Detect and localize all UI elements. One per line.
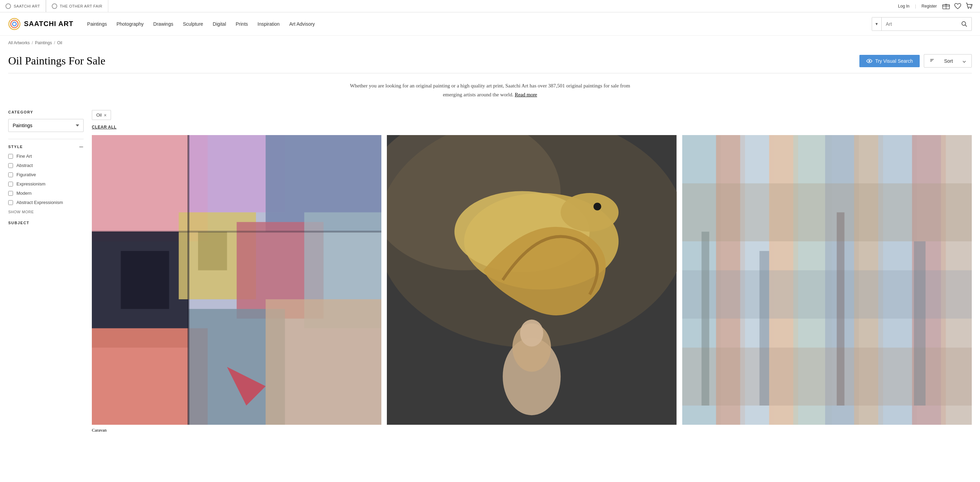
nav-inspiration[interactable]: Inspiration xyxy=(258,21,280,27)
style-fine-art-label: Fine Art xyxy=(16,153,32,159)
content-area: CATEGORY Paintings Photography Drawings … xyxy=(0,105,980,441)
title-actions: Try Visual Search Sort xyxy=(859,54,972,67)
nav-paintings[interactable]: Paintings xyxy=(87,21,107,27)
divider: | xyxy=(915,4,916,9)
style-fine-art-checkbox[interactable] xyxy=(8,154,13,159)
style-section-header[interactable]: STYLE — xyxy=(8,145,84,149)
sort-button[interactable]: Sort xyxy=(924,54,972,67)
other-fair-brand[interactable]: THE OTHER ART FAIR xyxy=(46,0,108,12)
nav-art-advisory[interactable]: Art Advisory xyxy=(289,21,315,27)
breadcrumb-paintings[interactable]: Paintings xyxy=(35,40,52,45)
sort-icon xyxy=(930,58,934,64)
artwork-image-2 xyxy=(387,135,676,425)
style-label: STYLE xyxy=(8,145,23,149)
svg-rect-27 xyxy=(198,232,227,270)
search-submit-button[interactable] xyxy=(957,18,971,30)
nav-photography[interactable]: Photography xyxy=(116,21,143,27)
svg-point-11 xyxy=(869,60,870,62)
search-icon xyxy=(961,21,967,27)
main-nav: Paintings Photography Drawings Sculpture… xyxy=(87,21,315,27)
nav-digital[interactable]: Digital xyxy=(213,21,226,27)
artwork-card-2[interactable] xyxy=(387,135,676,433)
svg-text:0: 0 xyxy=(970,4,972,6)
logo[interactable]: SAATCHI ART xyxy=(8,18,73,30)
artwork-svg-1 xyxy=(92,135,381,425)
other-fair-label: THE OTHER ART FAIR xyxy=(60,4,102,8)
search-bar: ▾ xyxy=(872,17,972,31)
svg-rect-55 xyxy=(759,251,769,405)
artworks-grid: Caravan xyxy=(92,135,972,433)
artwork-card-3[interactable] xyxy=(682,135,972,433)
visual-search-button[interactable]: Try Visual Search xyxy=(859,55,920,67)
style-abstract-label: Abstract xyxy=(16,163,33,168)
register-link[interactable]: Register xyxy=(921,4,937,9)
style-figurative[interactable]: Figurative xyxy=(8,172,84,177)
show-more-button[interactable]: SHOW MORE xyxy=(8,210,34,214)
filter-tag-oil-remove[interactable]: × xyxy=(104,113,107,118)
other-fair-logo-icon xyxy=(52,3,57,9)
artwork-card-1[interactable]: Caravan xyxy=(92,135,381,433)
logo-icon xyxy=(8,18,21,30)
artworks-area: Oil × CLEAR ALL xyxy=(92,105,972,433)
filter-tag-oil-label: Oil xyxy=(96,112,102,118)
logo-text: SAATCHI ART xyxy=(24,20,73,28)
svg-line-10 xyxy=(965,25,967,26)
breadcrumb-oil: Oil xyxy=(57,40,62,45)
style-modern[interactable]: Modern xyxy=(8,191,84,196)
visual-search-label: Try Visual Search xyxy=(875,58,913,64)
artwork-svg-3 xyxy=(682,135,972,425)
breadcrumb-all-artworks[interactable]: All Artworks xyxy=(8,40,30,45)
read-more-link[interactable]: Read more xyxy=(515,92,537,97)
svg-rect-25 xyxy=(266,299,381,425)
sort-label: Sort xyxy=(944,58,953,64)
cart-icon[interactable]: 0 xyxy=(966,3,973,10)
svg-point-8 xyxy=(13,22,16,26)
style-expressionism-label: Expressionism xyxy=(16,181,46,187)
saatchi-brand[interactable]: SAATCHI ART xyxy=(0,0,46,12)
svg-rect-26 xyxy=(121,251,169,309)
svg-rect-56 xyxy=(837,212,844,405)
nav-prints[interactable]: Prints xyxy=(236,21,248,27)
style-expressionism[interactable]: Expressionism xyxy=(8,181,84,187)
page-title-area: Oil Paintings For Sale Try Visual Search… xyxy=(0,50,980,73)
nav-sculpture[interactable]: Sculpture xyxy=(183,21,203,27)
style-fine-art[interactable]: Fine Art xyxy=(8,153,84,159)
style-modern-checkbox[interactable] xyxy=(8,191,13,196)
description: Whether you are looking for an original … xyxy=(336,73,644,105)
style-abstract[interactable]: Abstract xyxy=(8,163,84,168)
wishlist-icon[interactable] xyxy=(954,3,961,10)
breadcrumb: All Artworks / Paintings / Oil xyxy=(0,36,980,50)
top-bar: SAATCHI ART THE OTHER ART FAIR Log In | … xyxy=(0,0,980,12)
clear-all-button[interactable]: CLEAR ALL xyxy=(92,125,116,129)
search-dropdown[interactable]: ▾ xyxy=(872,18,881,30)
giftcard-icon[interactable] xyxy=(942,3,950,9)
style-collapse-icon: — xyxy=(80,145,84,149)
svg-point-35 xyxy=(561,193,619,232)
sidebar: CATEGORY Paintings Photography Drawings … xyxy=(8,105,84,433)
filter-tag-oil: Oil × xyxy=(92,110,111,120)
style-expressionism-checkbox[interactable] xyxy=(8,182,13,187)
search-input[interactable] xyxy=(881,18,957,30)
svg-point-39 xyxy=(520,319,544,346)
artwork-svg-2 xyxy=(387,135,676,425)
style-figurative-label: Figurative xyxy=(16,172,36,177)
login-link[interactable]: Log In xyxy=(898,4,909,9)
nav-drawings[interactable]: Drawings xyxy=(153,21,173,27)
category-title: CATEGORY xyxy=(8,110,84,114)
svg-rect-51 xyxy=(682,184,972,241)
svg-point-36 xyxy=(593,203,601,211)
subject-title: SUBJECT xyxy=(8,221,84,225)
style-figurative-checkbox[interactable] xyxy=(8,172,13,177)
search-dropdown-label: ▾ xyxy=(875,21,878,26)
category-select[interactable]: Paintings Photography Drawings Sculpture… xyxy=(8,119,84,132)
style-abstract-expressionism-checkbox[interactable] xyxy=(8,200,13,205)
style-abstract-checkbox[interactable] xyxy=(8,163,13,168)
svg-point-9 xyxy=(962,22,966,26)
svg-point-3 xyxy=(968,8,969,9)
artwork-title-1: Caravan xyxy=(92,428,381,433)
breadcrumb-sep-2: / xyxy=(54,40,55,45)
style-abstract-expressionism[interactable]: Abstract Expressionism xyxy=(8,200,84,205)
saatchi-logo-icon xyxy=(5,3,11,9)
svg-rect-52 xyxy=(682,270,972,318)
saatchi-label: SAATCHI ART xyxy=(14,4,40,8)
